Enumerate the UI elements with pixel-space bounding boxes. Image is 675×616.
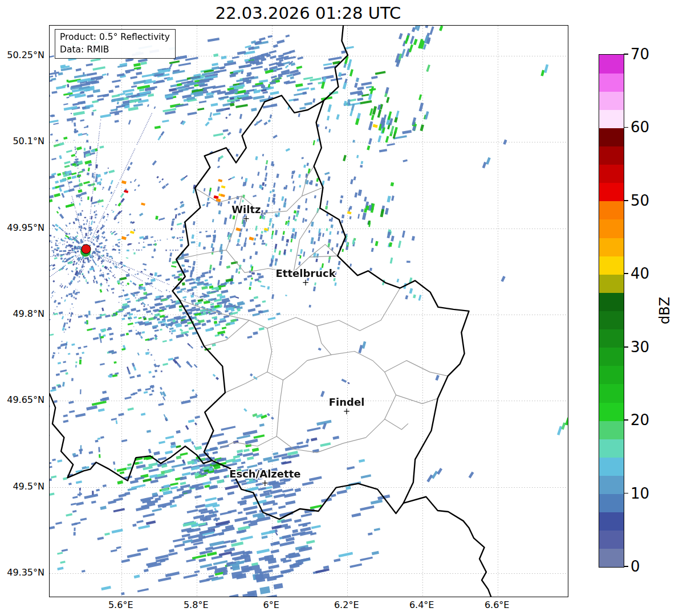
radar-site-marker <box>81 244 91 254</box>
colorbar-segment <box>599 366 624 385</box>
radar-map-canvas <box>50 26 568 597</box>
city-marker-ettelbruck: + <box>302 279 310 287</box>
colorbar-segment <box>599 292 624 311</box>
colorbar-segment <box>599 73 624 92</box>
colorbar-segment <box>599 109 624 128</box>
colorbar-segment <box>599 384 624 403</box>
colorbar-segment <box>599 91 624 110</box>
data-source-line: Data: RMIB <box>60 44 170 56</box>
colorbar-segment <box>599 55 624 74</box>
lat-tick-label: 49.65°N <box>0 394 44 406</box>
plot-title: 22.03.2026 01:28 UTC <box>49 3 567 23</box>
colorbar-segment <box>599 348 624 366</box>
colorbar-segment <box>599 329 624 348</box>
colorbar-segment <box>599 128 624 146</box>
colorbar-segment <box>599 219 624 238</box>
lon-tick-label: 6°E <box>263 599 279 610</box>
colorbar-tick-label: 50 <box>631 191 649 210</box>
colorbar-tick-mark <box>624 127 628 128</box>
lat-tick-label: 50.1°N <box>0 135 44 148</box>
colorbar-segment <box>599 146 624 165</box>
colorbar-segment <box>599 439 624 458</box>
lat-tick-label: 49.95°N <box>0 222 44 234</box>
lon-tick-label: 5.8°E <box>184 599 209 610</box>
city-label-wiltz: Wiltz <box>231 203 261 215</box>
colorbar-tick-mark <box>624 54 628 55</box>
lat-tick-label: 49.5°N <box>0 480 44 493</box>
city-label-ettelbruck: Ettelbruck <box>276 267 336 279</box>
colorbar-tick-label: 20 <box>631 410 649 430</box>
colorbar-tick-mark <box>624 200 628 201</box>
colorbar-tick-label: 70 <box>631 44 649 64</box>
colorbar-segment <box>599 531 624 549</box>
colorbar-segment <box>599 402 624 421</box>
colorbar-segment <box>599 311 624 330</box>
colorbar-tick-label: 40 <box>631 264 649 283</box>
lat-tick-label: 50.25°N <box>0 49 44 62</box>
city-marker-wiltz: + <box>243 215 250 223</box>
city-marker-findel: + <box>343 407 351 416</box>
colorbar-segment <box>599 421 624 439</box>
colorbar-tick-label: 60 <box>631 117 649 137</box>
city-marker-esch-alzette: + <box>262 479 269 487</box>
colorbar-tick-mark <box>624 346 628 348</box>
city-label-esch-alzette: Esch/Alzette <box>229 468 300 480</box>
radar-figure: { "title": "22.03.2026 01:28 UTC", "prod… <box>0 0 675 616</box>
lon-tick-label: 6.4°E <box>409 599 434 610</box>
colorbar-segment <box>599 256 624 275</box>
colorbar-segment <box>599 549 624 568</box>
lat-tick-label: 49.35°N <box>0 566 44 579</box>
colorbar-axis-label: dBZ <box>657 297 673 324</box>
colorbar-tick-mark <box>624 273 628 274</box>
colorbar-tick-label: 0 <box>631 557 640 576</box>
colorbar-segment <box>599 165 624 183</box>
colorbar-segment <box>599 201 624 220</box>
colorbar-tick-label: 30 <box>631 337 649 357</box>
colorbar-segment <box>599 183 624 202</box>
colorbar-tick-mark <box>624 566 628 567</box>
lon-tick-label: 5.6°E <box>108 599 133 610</box>
product-line: Product: 0.5° Reflectivity <box>60 31 170 44</box>
city-label-findel: Findel <box>329 396 365 408</box>
colorbar-segment <box>599 475 624 494</box>
lon-tick-label: 6.6°E <box>485 599 510 610</box>
colorbar-tick-mark <box>624 493 628 494</box>
colorbar-segment <box>599 494 624 513</box>
colorbar-segment <box>599 457 624 476</box>
lat-tick-label: 49.8°N <box>0 308 44 320</box>
colorbar-segment <box>599 512 624 531</box>
colorbar-segment <box>599 274 624 293</box>
colorbar <box>599 54 624 568</box>
colorbar-tick-label: 10 <box>631 484 649 503</box>
colorbar-tick-mark <box>624 419 628 421</box>
colorbar-segment <box>599 238 624 256</box>
map-plot-area: Product: 0.5° Reflectivity Data: RMIB +W… <box>49 25 568 597</box>
lon-tick-label: 6.2°E <box>334 599 359 610</box>
product-info-box: Product: 0.5° Reflectivity Data: RMIB <box>55 29 176 59</box>
